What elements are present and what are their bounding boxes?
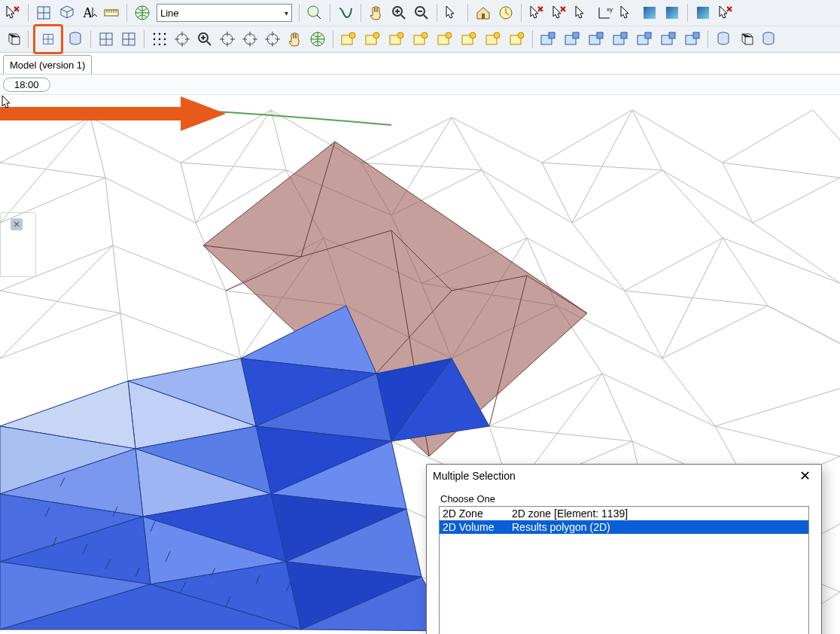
list-item[interactable]: 2D Zone 2D zone [Element: 1139] [440,507,808,520]
tile-y1-icon[interactable] [338,29,359,50]
grid2-icon[interactable] [118,29,139,50]
tile-b3-icon[interactable] [586,29,607,50]
cube-icon[interactable] [2,29,23,50]
toolbars: Line ▾ [0,0,840,53]
tile-y2-icon[interactable] [362,29,383,50]
pick-globe-icon[interactable] [304,2,325,23]
choose-one-label: Choose One [440,493,809,504]
tile-y3-icon[interactable] [386,29,407,50]
toolbar-row-2 [0,26,840,52]
tab-label: Model (version 1) [10,59,85,71]
tile-y7-icon[interactable] [482,29,504,50]
annotation-arrow-icon [0,95,226,133]
selection-list[interactable]: 2D Zone 2D zone [Element: 1139] 2D Volum… [439,506,809,634]
model-tab[interactable]: Model (version 1) [3,55,92,74]
tile-b5-icon[interactable] [634,29,655,50]
globe2-icon[interactable] [307,29,328,50]
dots-icon[interactable] [149,29,170,50]
tile-y4-icon[interactable] [410,29,431,50]
dialog-titlebar[interactable]: Multiple Selection ✕ [427,465,821,487]
document-tabs: Model (version 1) [0,53,840,75]
ruler-icon[interactable] [101,2,122,23]
results-properties-button[interactable] [33,24,63,54]
hand2-icon[interactable] [285,29,306,50]
stack-b-icon[interactable] [735,29,756,50]
gradient-b-icon[interactable] [662,2,683,23]
tile-b2-icon[interactable] [562,29,583,50]
zoom-icon[interactable] [194,29,215,50]
timeline-bar: 18:00 [0,75,840,95]
dialog-close-button[interactable]: ✕ [795,469,815,483]
tile-y8-icon[interactable] [507,29,528,50]
model-canvas[interactable]: ✕ [0,95,840,631]
sel-b-icon[interactable] [549,2,570,23]
grid-icon[interactable] [96,29,117,50]
sel-d-icon[interactable] [616,2,638,23]
multiple-selection-dialog: Multiple Selection ✕ Choose One 2D Zone … [426,464,822,634]
target-b-icon[interactable] [217,29,238,50]
home-icon[interactable] [473,2,494,23]
tile-y6-icon[interactable] [458,29,479,50]
globe-icon[interactable] [132,2,153,23]
gradient-c-icon[interactable] [692,2,714,23]
time-value: 18:00 [14,79,39,90]
default-cursor-icon[interactable] [442,2,463,23]
list-item[interactable]: 2D Volume Results polygon (2D) [440,520,808,534]
tile-b4-icon[interactable] [610,29,631,50]
survey-3d-icon[interactable] [56,2,77,23]
target-a-icon[interactable] [172,29,193,50]
sel-c-icon[interactable] [571,2,592,23]
stack-c-icon[interactable] [758,29,779,50]
tile-b6-icon[interactable] [658,29,679,50]
survey-2d-icon[interactable] [33,2,54,23]
time-indicator[interactable]: 18:00 [3,78,50,92]
zoom-out-icon[interactable] [411,2,432,23]
xy-icon[interactable] [594,2,615,23]
sel-a-icon[interactable] [526,2,547,23]
combo-value: Line [160,8,179,19]
clock-icon[interactable] [495,2,516,23]
db-a-icon[interactable] [65,29,86,50]
tile-b1-icon[interactable] [537,29,558,50]
pan-icon[interactable] [366,2,387,23]
target-d-icon[interactable] [262,29,283,50]
toolbar-row-1: Line ▾ [0,0,840,26]
dialog-title-text: Multiple Selection [433,470,516,482]
measurement-type-combo[interactable]: Line ▾ [157,4,292,22]
deselect-button[interactable] [2,2,23,23]
sel-e-icon[interactable] [715,2,736,23]
text-tool-icon[interactable] [78,2,99,23]
tile-y5-icon[interactable] [434,29,455,50]
target-c-icon[interactable] [239,29,260,50]
tile-b7-icon[interactable] [682,29,703,50]
link-icon[interactable] [335,2,356,23]
chevron-down-icon: ▾ [285,9,288,17]
zoom-in-icon[interactable] [388,2,409,23]
stack-a-icon[interactable] [713,29,734,50]
gradient-a-icon[interactable] [639,2,660,23]
